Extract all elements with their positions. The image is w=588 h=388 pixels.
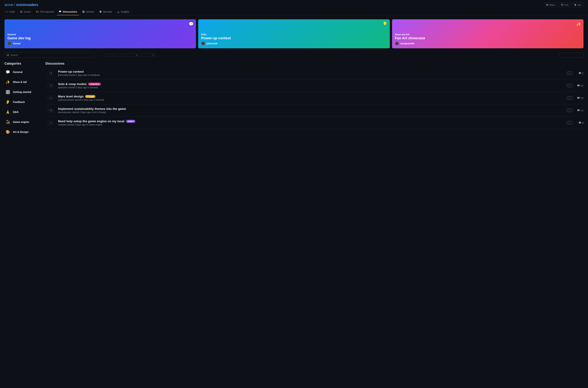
star-icon <box>574 3 577 6</box>
arrow-up-icon: ↑ <box>49 72 50 74</box>
author-name: johncreek <box>206 42 217 45</box>
upvote-button[interactable]: ↑1 <box>47 96 54 100</box>
discussion-title: Mars level design <box>58 95 83 98</box>
avatar <box>569 96 573 100</box>
graph-icon <box>117 10 120 13</box>
tab-issues[interactable]: Issues <box>18 8 33 15</box>
arrow-up-icon: ↑ <box>48 109 49 112</box>
discussion-row[interactable]: ↑9Power-up contestjohncreek started 2 da… <box>46 67 584 79</box>
avatar <box>569 84 573 87</box>
comment-count[interactable]: 6 <box>575 121 584 124</box>
comment-icon <box>579 121 581 124</box>
tab-insights-label: Insights <box>121 10 129 13</box>
upvote-button[interactable]: ↑9 <box>47 71 54 75</box>
chevron-down-icon <box>136 55 137 55</box>
vote-count: 12 <box>50 109 52 112</box>
spotlight-category: Show and tell <box>395 33 581 36</box>
tab-discussions-label: Discussions <box>63 10 77 13</box>
repo-owner-link[interactable]: acme <box>4 3 13 7</box>
category-emoji-icon: 🙏 <box>5 110 10 115</box>
pull-request-icon <box>36 10 39 13</box>
comment-count[interactable]: 42 <box>575 84 584 87</box>
sidebar-item[interactable]: 🎛️Getting started <box>4 87 42 97</box>
fork-button[interactable]: Fork <box>559 2 571 7</box>
tab-actions-label: Actions <box>86 10 94 13</box>
segment-right[interactable] <box>114 54 123 56</box>
author-name: tonyjaramillo <box>400 42 414 45</box>
watch-button[interactable]: Watch <box>544 2 557 7</box>
code-icon <box>5 10 8 13</box>
discussion-meta: johncreek started 2 days ago in Feedback <box>58 74 564 76</box>
category-emoji-icon: ✨ <box>5 80 10 85</box>
author-name: Stamat <box>13 42 21 45</box>
sort-dropdown[interactable] <box>125 53 139 57</box>
discussion-row[interactable]: ↑3Solo & coop modesLong termajashams sta… <box>46 79 584 92</box>
repo-name-link[interactable]: octoinvaders <box>16 3 38 7</box>
upvote-button[interactable]: ↑3 <box>47 83 54 88</box>
tab-security[interactable]: Security <box>97 8 114 15</box>
discussion-row[interactable]: ↑12Implement sustainability themes into … <box>46 104 584 117</box>
vote-count: 1 <box>51 97 52 99</box>
watch-label: Watch <box>549 4 555 6</box>
sidebar-item[interactable]: 🎨Art & Design <box>4 127 42 137</box>
segment-left[interactable] <box>104 54 114 56</box>
spotlight-title: Game dev log <box>7 36 193 40</box>
discussions-heading: Discussions <box>46 62 584 65</box>
discussions-content: Discussions ↑9Power-up contestjohncreek … <box>46 62 584 137</box>
sidebar-item[interactable]: 🙏Q&A <box>4 107 42 117</box>
spotlight-card[interactable]: ✨ Show and tell Fan Art showcase tonyjar… <box>392 19 584 48</box>
participant-avatars <box>567 109 573 112</box>
issue-icon <box>20 10 23 13</box>
spotlight-category: General <box>7 33 193 36</box>
comment-count[interactable]: 12 <box>575 109 584 112</box>
search-input-wrap[interactable] <box>4 52 95 58</box>
category-emoji-icon: 💬 <box>5 70 10 75</box>
discussion-meta: anthonyvsshark started 2 days ago in Gen… <box>58 98 564 101</box>
spotlight-author: tonyjaramillo <box>395 42 581 46</box>
filter-segmented <box>104 54 123 56</box>
speech-bubble-icon: 💬 <box>189 22 194 26</box>
repo-nav: Code Issues Pull requests Discussions Ac… <box>0 8 588 15</box>
discussion-row[interactable]: ↑1Need help setup the game engine on my … <box>46 117 584 129</box>
eye-icon <box>546 3 549 6</box>
tab-pulls[interactable]: Pull requests <box>34 8 56 15</box>
vote-count: 1 <box>51 121 52 124</box>
sidebar-item[interactable]: 💬General <box>4 67 42 77</box>
comment-icon <box>577 109 580 112</box>
label-dropdown[interactable] <box>141 53 156 57</box>
discussion-row[interactable]: ↑1Mars level designX Largeanthonyvsshark… <box>46 92 584 104</box>
category-emoji-icon: 🎨 <box>5 129 10 135</box>
discussion-title: Solo & coop modes <box>58 82 87 86</box>
tab-actions[interactable]: Actions <box>80 8 96 15</box>
new-discussion-button[interactable] <box>559 52 584 58</box>
avatar <box>7 42 11 46</box>
tab-code[interactable]: Code <box>3 8 17 15</box>
avatar <box>569 109 573 112</box>
tab-insights[interactable]: Insights <box>115 8 131 15</box>
sidebar-item[interactable]: 🚂Game engine <box>4 117 42 127</box>
upvote-button[interactable]: ↑1 <box>47 121 54 125</box>
discussion-title: Implement sustainability themes into the… <box>58 107 126 111</box>
search-input[interactable] <box>10 54 93 56</box>
label-badge[interactable]: X Large <box>85 95 95 98</box>
sidebar-item[interactable]: 👂Feedback <box>4 97 42 107</box>
avatar <box>395 42 399 46</box>
upvote-button[interactable]: ↑12 <box>46 108 55 112</box>
star-button[interactable]: Star <box>572 2 584 7</box>
comment-count[interactable]: 32 <box>575 97 584 99</box>
comment-count[interactable]: 2 <box>575 72 584 74</box>
sidebar-item[interactable]: ✨Show & tell <box>4 77 42 87</box>
filter-bar <box>0 52 588 60</box>
label-badge[interactable]: engine <box>126 120 135 123</box>
discussion-meta: amandaswan started 2 days ago in Art & D… <box>58 111 564 114</box>
sidebar-item-label: Art & Design <box>13 131 28 134</box>
spotlight-card[interactable]: 💡 Polls Power-up contest johncreek <box>198 19 390 48</box>
spotlight-card[interactable]: 💬 General Game dev log Stamat <box>4 19 196 48</box>
comment-icon <box>577 97 580 99</box>
participant-avatars <box>567 96 573 100</box>
spotlight-author: Stamat <box>7 42 193 46</box>
label-badge[interactable]: Long term <box>88 83 101 86</box>
comment-number: 12 <box>581 109 584 112</box>
tab-pulls-label: Pull requests <box>40 10 54 13</box>
tab-discussions[interactable]: Discussions <box>57 8 79 15</box>
